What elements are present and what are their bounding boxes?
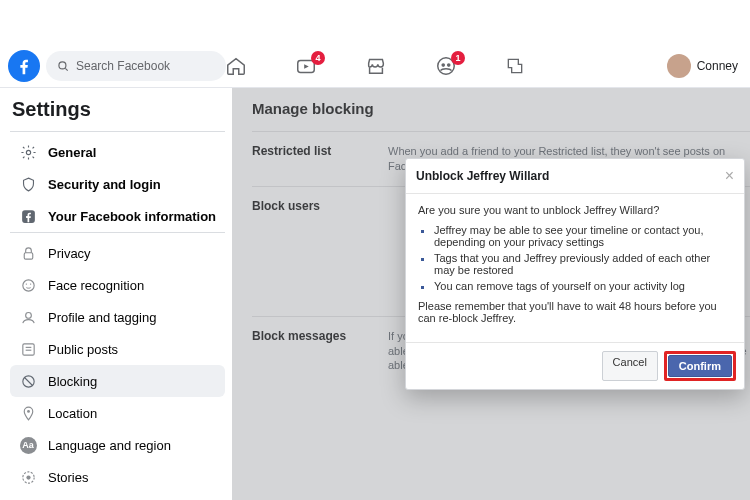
face-icon <box>18 275 38 295</box>
svg-rect-8 <box>24 252 33 258</box>
svg-point-18 <box>27 409 30 412</box>
svg-line-17 <box>24 377 33 386</box>
nav-marketplace[interactable] <box>365 55 387 77</box>
fb-square-icon <box>18 206 38 226</box>
sidebar-item-label: Public posts <box>48 342 118 357</box>
sidebar-title: Settings <box>10 94 225 131</box>
marketplace-icon <box>365 55 387 77</box>
unblock-dialog: Unblock Jeffrey Willard × Are you sure y… <box>405 158 745 390</box>
dialog-note: Please remember that you'll have to wait… <box>418 300 732 324</box>
groups-badge: 1 <box>451 51 465 65</box>
sidebar-item-label: Profile and tagging <box>48 310 156 325</box>
sidebar-item-label: Security and login <box>48 177 161 192</box>
svg-point-9 <box>22 279 33 290</box>
svg-point-4 <box>441 63 445 67</box>
story-icon <box>18 467 38 487</box>
sidebar-item-language[interactable]: Aa Language and region <box>10 429 225 461</box>
sidebar-item-label: Privacy <box>48 246 91 261</box>
aa-icon: Aa <box>18 435 38 455</box>
svg-point-5 <box>447 63 451 67</box>
dialog-bullet: Tags that you and Jeffrey previously add… <box>434 252 710 276</box>
avatar <box>667 54 691 78</box>
facebook-f-icon <box>14 56 34 76</box>
sidebar-item-stories[interactable]: Stories <box>10 461 225 493</box>
dialog-bullet: You can remove tags of yourself on your … <box>434 280 685 292</box>
user-icon <box>18 307 38 327</box>
sidebar-item-label: Language and region <box>48 438 171 453</box>
nav-center: 4 1 <box>225 44 525 88</box>
home-icon <box>225 55 247 77</box>
sidebar-item-label: Your Facebook information <box>48 209 216 224</box>
block-icon <box>18 371 38 391</box>
watch-badge: 4 <box>311 51 325 65</box>
pin-icon <box>18 403 38 423</box>
svg-point-0 <box>59 61 66 68</box>
confirm-button[interactable]: Confirm <box>668 355 732 377</box>
confirm-highlight: Confirm <box>664 351 736 381</box>
dialog-title: Unblock Jeffrey Willard <box>416 169 549 183</box>
nav-groups[interactable]: 1 <box>435 55 457 77</box>
sidebar-item-general[interactable]: General <box>10 136 225 168</box>
sidebar-item-privacy[interactable]: Privacy <box>10 237 225 269</box>
sidebar-item-profile-tagging[interactable]: Profile and tagging <box>10 301 225 333</box>
profile-name: Conney <box>697 59 738 73</box>
sidebar-item-label: Face recognition <box>48 278 144 293</box>
sidebar-divider <box>10 131 225 132</box>
svg-rect-13 <box>22 343 33 354</box>
dialog-footer: Cancel Confirm <box>406 342 744 389</box>
search-input-wrap[interactable]: Search Facebook <box>46 51 226 81</box>
close-icon[interactable]: × <box>725 167 734 185</box>
sidebar-item-label: General <box>48 145 96 160</box>
lock-icon <box>18 243 38 263</box>
sidebar-item-face[interactable]: Face recognition <box>10 269 225 301</box>
top-nav-bar: Search Facebook 4 1 Conney <box>0 44 750 88</box>
sidebar-item-label: Stories <box>48 470 88 485</box>
cancel-button[interactable]: Cancel <box>602 351 658 381</box>
svg-line-1 <box>65 68 67 70</box>
search-placeholder: Search Facebook <box>76 59 170 73</box>
svg-point-11 <box>29 283 30 284</box>
nav-watch[interactable]: 4 <box>295 55 317 77</box>
facebook-logo[interactable] <box>8 50 40 82</box>
sidebar-item-location[interactable]: Location <box>10 397 225 429</box>
dialog-bullet: Jeffrey may be able to see your timeline… <box>434 224 703 248</box>
svg-point-12 <box>25 312 31 318</box>
profile-area[interactable]: Conney <box>667 54 738 78</box>
svg-point-6 <box>26 150 30 154</box>
gear-icon <box>18 142 38 162</box>
sidebar-item-label: Blocking <box>48 374 97 389</box>
dialog-prompt: Are you sure you want to unblock Jeffrey… <box>418 204 732 216</box>
svg-point-10 <box>25 283 26 284</box>
search-icon <box>56 59 70 73</box>
sidebar-item-blocking[interactable]: Blocking <box>10 365 225 397</box>
dialog-body: Are you sure you want to unblock Jeffrey… <box>406 194 744 342</box>
gaming-icon <box>505 56 525 76</box>
sidebar: Settings General Security and login Your… <box>0 88 232 500</box>
svg-point-20 <box>26 475 30 479</box>
shield-icon <box>18 174 38 194</box>
browser-spacer <box>0 0 750 44</box>
sidebar-item-security[interactable]: Security and login <box>10 168 225 200</box>
nav-gaming[interactable] <box>505 56 525 76</box>
sidebar-item-label: Location <box>48 406 97 421</box>
sidebar-divider <box>10 232 225 233</box>
nav-home[interactable] <box>225 55 247 77</box>
feed-icon <box>18 339 38 359</box>
dialog-header: Unblock Jeffrey Willard × <box>406 159 744 194</box>
sidebar-item-your-info[interactable]: Your Facebook information <box>10 200 225 232</box>
sidebar-item-public-posts[interactable]: Public posts <box>10 333 225 365</box>
